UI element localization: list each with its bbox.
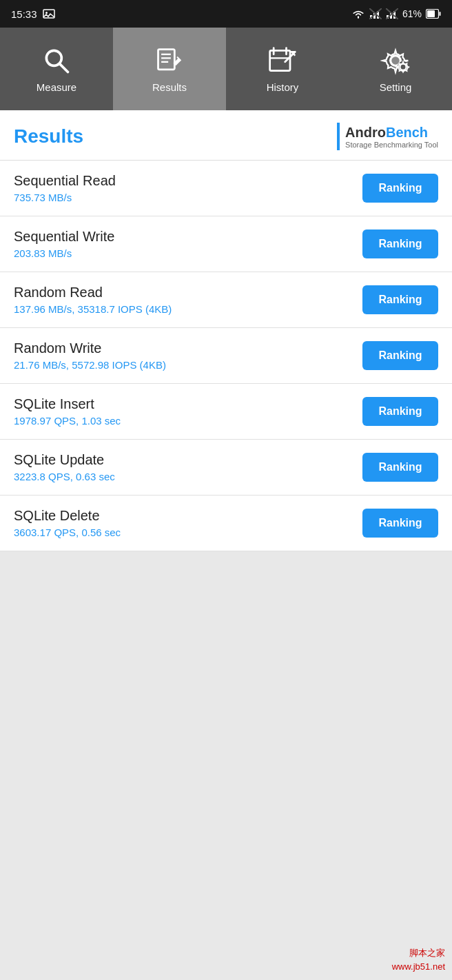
result-value: 203.83 MB/s [14, 247, 362, 259]
result-info: Random Write 21.76 MB/s, 5572.98 IOPS (4… [14, 340, 362, 371]
result-info: SQLite Insert 1978.97 QPS, 1.03 sec [14, 396, 362, 427]
result-row: Sequential Write 203.83 MB/s Ranking [0, 216, 452, 272]
result-value: 3603.17 QPS, 0.56 sec [14, 527, 362, 538]
result-value: 21.76 MB/s, 5572.98 IOPS (4KB) [14, 359, 362, 371]
ranking-button[interactable]: Ranking [362, 509, 438, 538]
svg-rect-0 [43, 10, 54, 18]
svg-line-16 [60, 63, 68, 72]
tab-setting-label: Setting [380, 81, 412, 93]
results-title: Results [14, 125, 83, 147]
result-row: SQLite Delete 3603.17 QPS, 0.56 sec Rank… [0, 496, 452, 551]
battery-icon [426, 9, 441, 19]
ranking-button[interactable]: Ranking [362, 453, 438, 482]
result-value: 3223.8 QPS, 0.63 sec [14, 471, 362, 482]
brand-name-black: Andro [345, 125, 386, 140]
svg-rect-14 [427, 10, 435, 17]
result-name: SQLite Delete [14, 508, 362, 524]
result-info: SQLite Delete 3603.17 QPS, 0.56 sec [14, 508, 362, 538]
svg-point-1 [45, 12, 48, 14]
wifi-icon [351, 8, 365, 19]
brand-text: AndroBench Storage Benchmarking Tool [345, 125, 438, 149]
brand-container: AndroBench Storage Benchmarking Tool [337, 123, 438, 150]
brand-subtitle: Storage Benchmarking Tool [345, 141, 438, 149]
search-icon [41, 45, 72, 76]
time-display: 15:33 [11, 8, 37, 20]
svg-rect-13 [440, 12, 441, 16]
battery-display: 61% [402, 8, 422, 19]
result-name: Sequential Write [14, 229, 362, 245]
ranking-button[interactable]: Ranking [362, 174, 438, 203]
history-icon [267, 45, 298, 76]
brand-name-blue: Bench [386, 125, 428, 140]
result-name: Sequential Read [14, 173, 362, 189]
ranking-button[interactable]: Ranking [362, 341, 438, 370]
result-info: Random Read 137.96 MB/s, 35318.7 IOPS (4… [14, 285, 362, 315]
watermark-line2: www.jb51.net [392, 960, 445, 974]
result-row: SQLite Update 3223.8 QPS, 0.63 sec Ranki… [0, 440, 452, 496]
tab-results[interactable]: Results [113, 28, 226, 110]
result-value: 735.73 MB/s [14, 192, 362, 203]
ranking-button[interactable]: Ranking [362, 285, 438, 314]
brand-name: AndroBench [345, 125, 438, 141]
setting-icon [380, 45, 411, 76]
result-name: SQLite Update [14, 452, 362, 468]
result-row: Sequential Read 735.73 MB/s Ranking [0, 161, 452, 216]
nav-tabs: Measure Results History [0, 28, 452, 110]
results-list: Sequential Read 735.73 MB/s Ranking Sequ… [0, 161, 452, 551]
result-row: SQLite Insert 1978.97 QPS, 1.03 sec Rank… [0, 384, 452, 440]
tab-measure[interactable]: Measure [0, 28, 113, 110]
result-row: Random Read 137.96 MB/s, 35318.7 IOPS (4… [0, 272, 452, 328]
tab-measure-label: Measure [37, 81, 76, 93]
result-name: Random Read [14, 285, 362, 300]
status-bar: 15:33 61% [0, 0, 452, 28]
ranking-button[interactable]: Ranking [362, 229, 438, 258]
result-info: Sequential Read 735.73 MB/s [14, 173, 362, 203]
results-icon [154, 45, 185, 76]
status-bar-right: 61% [351, 8, 441, 19]
tab-results-label: Results [152, 81, 187, 93]
status-bar-left: 15:33 [11, 8, 55, 20]
tab-history[interactable]: History [226, 28, 339, 110]
signal2-icon [386, 8, 398, 19]
result-row: Random Write 21.76 MB/s, 5572.98 IOPS (4… [0, 328, 452, 384]
result-name: Random Write [14, 340, 362, 356]
result-value: 1978.97 QPS, 1.03 sec [14, 415, 362, 427]
tab-setting[interactable]: Setting [339, 28, 452, 110]
brand-bar [337, 123, 340, 150]
signal-icon [369, 8, 382, 19]
bottom-spacer [0, 551, 452, 786]
image-icon [43, 8, 55, 19]
result-info: SQLite Update 3223.8 QPS, 0.63 sec [14, 452, 362, 482]
svg-rect-17 [158, 49, 175, 69]
watermark: 脚本之家 www.jb51.net [392, 946, 445, 973]
ranking-button[interactable]: Ranking [362, 397, 438, 426]
result-name: SQLite Insert [14, 396, 362, 412]
results-header: Results AndroBench Storage Benchmarking … [0, 110, 452, 161]
result-value: 137.96 MB/s, 35318.7 IOPS (4KB) [14, 303, 362, 315]
result-info: Sequential Write 203.83 MB/s [14, 229, 362, 259]
watermark-line1: 脚本之家 [392, 946, 445, 960]
tab-history-label: History [267, 81, 299, 93]
